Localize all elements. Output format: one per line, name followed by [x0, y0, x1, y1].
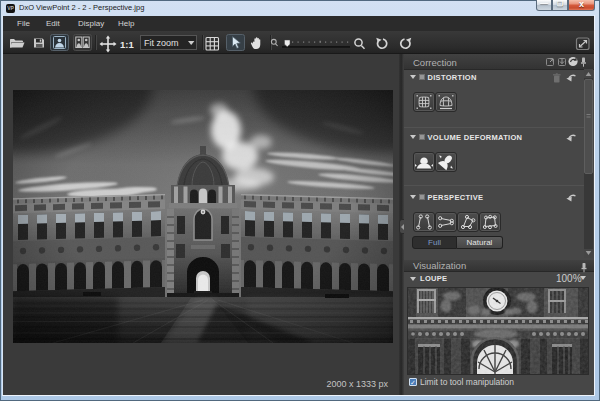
svg-text:1:1: 1:1 — [120, 39, 134, 50]
svg-text:Fit zoom: Fit zoom — [144, 38, 179, 48]
